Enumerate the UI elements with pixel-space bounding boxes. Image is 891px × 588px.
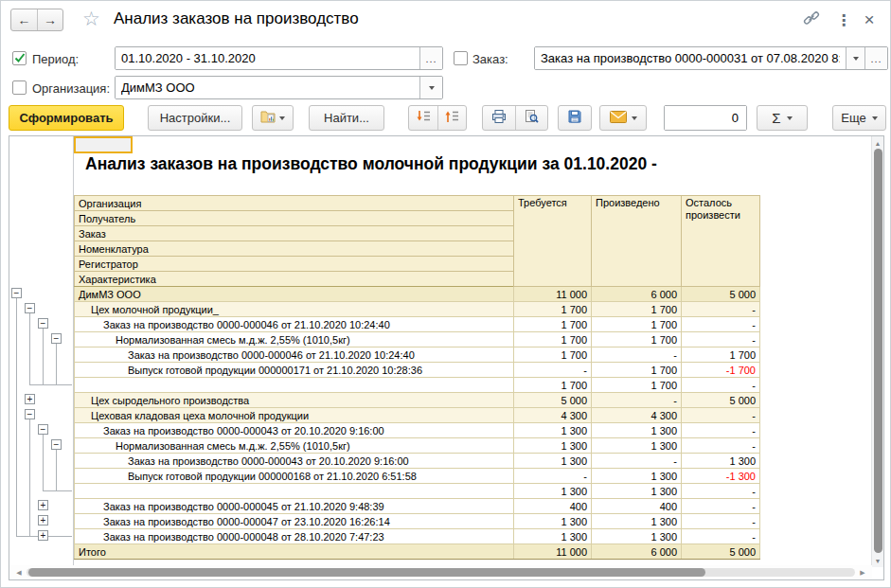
column-header-cell[interactable]: Требуется [514,196,592,287]
order-input[interactable] [535,47,846,69]
column-header-cell[interactable]: Осталось произвести [682,196,760,287]
rem-cell[interactable]: - [682,423,760,438]
row-label-cell[interactable]: Итого [75,544,514,560]
row-label-cell[interactable]: Заказ на производство 0000-000043 от 20.… [75,423,514,438]
req-cell[interactable]: 11 000 [514,287,592,302]
req-cell[interactable]: 5 000 [514,393,592,408]
horizontal-scroll-thumb[interactable] [28,568,705,577]
header-cell[interactable]: Номенклатура [75,241,514,257]
prod-cell[interactable]: 1 700 [592,332,682,347]
req-cell[interactable]: 1 300 [514,514,592,529]
header-cell[interactable]: Организация [75,196,514,211]
rem-cell[interactable]: - [682,514,760,529]
rem-cell[interactable]: 5 000 [682,544,760,560]
close-button[interactable]: × [859,9,880,30]
scroll-right-icon[interactable]: ▶ [857,567,868,579]
rem-cell[interactable]: 1 700 [682,347,760,363]
prod-cell[interactable]: 1 700 [592,363,682,378]
expand-group-icon[interactable]: + [38,500,48,510]
column-header-cell[interactable]: Произведено [592,196,682,287]
row-label-cell[interactable] [75,378,514,393]
forward-button[interactable]: → [37,9,62,30]
rem-cell[interactable]: 1 300 [682,454,760,469]
collapse-group-icon[interactable]: − [51,333,62,344]
row-label-cell[interactable]: Нормализованная смесь м.д.ж. 2,55% (1010… [75,332,514,347]
row-label-cell[interactable]: Цеховая кладовая цеха молочной продукции [75,408,514,423]
collapse-group-icon[interactable]: − [25,409,35,419]
vertical-scrollbar[interactable]: ▲ ▼ [871,136,883,567]
req-cell[interactable]: 11 000 [514,544,592,560]
sum-button[interactable]: Σ [757,105,808,131]
expand-group-icon[interactable]: + [38,530,48,541]
prod-cell[interactable]: 1 300 [592,514,682,529]
collapse-group-icon[interactable]: − [51,439,62,450]
order-dropdown-button[interactable] [846,47,864,69]
rem-cell[interactable]: - [682,332,760,347]
prod-cell[interactable]: 1 300 [592,438,682,454]
rem-cell[interactable]: - [682,378,760,393]
row-label-cell[interactable]: Заказ на производство 0000-000047 от 23.… [75,514,514,529]
prod-cell[interactable]: - [592,347,682,363]
header-cell[interactable]: Характеристика [75,272,514,287]
prod-cell[interactable]: 1 300 [592,484,682,499]
rem-cell[interactable]: - [682,302,760,317]
prod-cell[interactable]: - [592,393,682,408]
order-checkbox[interactable] [454,51,468,65]
organization-checkbox[interactable] [12,80,27,95]
row-label-cell[interactable]: ДимМЗ ООО [75,287,514,302]
print-button[interactable] [483,106,515,130]
row-label-cell[interactable]: Заказ на производство 0000-000048 от 28.… [75,529,514,544]
row-label-cell[interactable]: Заказ на производство 0000-000043 от 20.… [75,454,514,469]
req-cell[interactable]: 1 700 [514,378,592,393]
organization-input[interactable] [116,77,419,98]
row-label-cell[interactable]: Выпуск готовой продукции 000000168 от 21… [75,469,514,484]
period-checkbox[interactable] [12,51,27,65]
period-more-button[interactable]: ... [419,47,442,69]
row-label-cell[interactable]: Нормализованная смесь м.д.ж. 2,55% (1010… [75,438,514,454]
row-label-cell[interactable]: Цех сыродельного производства [75,393,514,408]
req-cell[interactable]: 400 [514,499,592,514]
expand-group-icon[interactable]: + [25,394,35,404]
settings-button[interactable]: Настройки... [148,105,242,131]
horizontal-scrollbar[interactable]: ◀ ▶ [9,565,872,579]
order-more-button[interactable]: ... [864,47,887,69]
req-cell[interactable]: - [514,363,592,378]
get-link-button[interactable] [801,9,822,30]
req-cell[interactable]: 1 700 [514,302,592,317]
row-label-cell[interactable]: Цех молочной продукции_ [75,302,514,317]
prod-cell[interactable]: 4 300 [592,408,682,423]
save-button[interactable] [558,105,592,131]
req-cell[interactable]: 4 300 [514,408,592,423]
req-cell[interactable]: 1 700 [514,347,592,363]
expand-groups-button[interactable] [409,106,437,130]
req-cell[interactable]: 1 300 [514,484,592,499]
rem-cell[interactable]: 5 000 [682,287,760,302]
prod-cell[interactable]: 400 [592,499,682,514]
req-cell[interactable]: - [514,469,592,484]
row-label-cell[interactable]: Заказ на производство 0000-000046 от 21.… [75,317,514,332]
prod-cell[interactable]: 1 300 [592,529,682,544]
req-cell[interactable]: 1 300 [514,529,592,544]
prod-cell[interactable]: - [592,454,682,469]
counter-input[interactable] [665,106,746,130]
rem-cell[interactable]: - [682,408,760,423]
req-cell[interactable]: 1 300 [514,438,592,454]
scroll-up-icon[interactable]: ▲ [872,137,883,149]
row-label-cell[interactable]: Заказ на производство 0000-000045 от 21.… [75,499,514,514]
prod-cell[interactable]: 1 300 [592,423,682,438]
req-cell[interactable]: 1 700 [514,332,592,347]
collapse-group-icon[interactable]: − [38,424,48,435]
row-label-cell[interactable]: Заказ на производство 0000-000046 от 21.… [75,347,514,363]
collapse-group-icon[interactable]: − [11,288,22,298]
rem-cell[interactable]: - [682,499,760,514]
header-cell[interactable]: Получатель [75,211,514,226]
collapse-group-icon[interactable]: − [38,318,48,329]
rem-cell[interactable]: 5 000 [682,393,760,408]
prod-cell[interactable]: 1 700 [592,317,682,332]
print-preview-button[interactable] [515,106,547,130]
req-cell[interactable]: 1 300 [514,454,592,469]
rem-cell[interactable]: - [682,317,760,332]
scroll-left-icon[interactable]: ◀ [13,567,25,579]
prod-cell[interactable]: 1 300 [592,469,682,484]
rem-cell[interactable]: - [682,484,760,499]
